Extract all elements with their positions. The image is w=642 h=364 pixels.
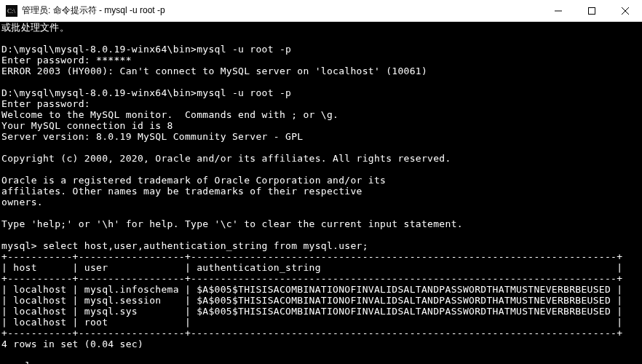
window-titlebar: C:\ 管理员: 命令提示符 - mysql -u root -p — [0, 0, 642, 22]
window-controls — [542, 0, 642, 21]
svg-rect-4 — [589, 7, 595, 14]
close-button[interactable] — [609, 0, 642, 21]
svg-text:C:\: C:\ — [7, 7, 16, 15]
window-title: 管理员: 命令提示符 - mysql -u root -p — [22, 4, 542, 17]
terminal-output[interactable]: 或批处理文件。 D:\mysql\mysql-8.0.19-winx64\bin… — [0, 22, 642, 364]
maximize-button[interactable] — [575, 0, 609, 21]
cmd-icon: C:\ — [6, 5, 17, 17]
minimize-button[interactable] — [542, 0, 575, 21]
